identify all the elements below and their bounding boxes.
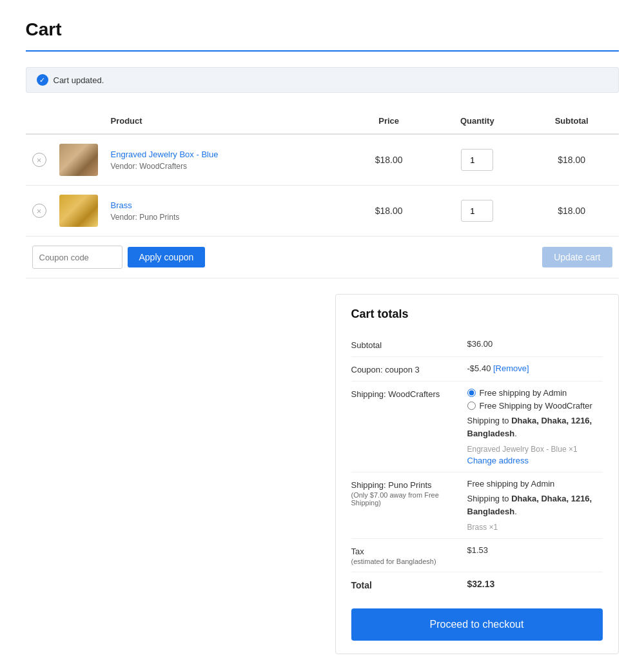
tax-label: Tax (estimated for Bangladesh)	[351, 545, 467, 565]
quantity-input-1[interactable]	[461, 149, 493, 171]
coupon-row: Apply coupon Update cart	[26, 237, 619, 278]
shipping-puno-note: Brass ×1	[467, 523, 603, 532]
coupon-code-input[interactable]	[32, 246, 122, 269]
shipping-radio-woodcrafter[interactable]	[467, 402, 476, 410]
product-image-cell-2	[53, 186, 104, 237]
product-qty-cell-1	[430, 134, 525, 186]
cart-totals-wrapper: Cart totals Subtotal $36.00 Coupon: coup…	[26, 294, 619, 654]
col-header-quantity: Quantity	[430, 108, 525, 134]
update-cart-cell: Update cart	[430, 237, 619, 278]
shipping-option-2-label: Free Shipping by WoodCrafter	[480, 401, 592, 411]
coupon-value: -$5.40 [Remove]	[467, 364, 603, 373]
col-header-remove	[26, 108, 53, 134]
cart-table: Product Price Quantity Subtotal × Engrav…	[26, 108, 619, 278]
product-price-1: $18.00	[348, 134, 430, 186]
update-cart-button[interactable]: Update cart	[542, 247, 612, 267]
shipping-puno-label: Shipping: Puno Prints (Only $7.00 away f…	[351, 479, 467, 507]
change-address-link[interactable]: Change address	[467, 456, 603, 465]
remove-coupon-link[interactable]: [Remove]	[493, 364, 529, 373]
check-icon	[37, 74, 48, 86]
coupon-left-cell: Apply coupon	[26, 237, 430, 278]
total-value: $32.13	[467, 579, 603, 589]
cart-updated-text: Cart updated.	[54, 75, 104, 85]
shipping-puno-sublabel: (Only $7.00 away from Free Shipping)	[351, 491, 467, 507]
coupon-discount-amount: -$5.40	[467, 364, 491, 373]
coupon-row: Coupon: coupon 3 -$5.40 [Remove]	[351, 357, 603, 382]
product-link-2[interactable]: Brass	[111, 200, 342, 210]
shipping-to-text: Shipping to	[467, 416, 509, 425]
product-vendor-1: Vendor: WoodCrafters	[111, 162, 188, 171]
subtotal-value: $36.00	[467, 339, 603, 349]
shipping-woodcrafters-row: Shipping: WoodCrafters Free shipping by …	[351, 382, 603, 472]
product-info-cell-1: Engraved Jewelry Box - Blue Vendor: Wood…	[104, 134, 348, 186]
product-image-2	[59, 195, 98, 227]
col-header-subtotal: Subtotal	[525, 108, 619, 134]
shipping-puno-row: Shipping: Puno Prints (Only $7.00 away f…	[351, 472, 603, 539]
tax-sublabel: (estimated for Bangladesh)	[351, 558, 467, 565]
shipping-puno-address-label: Shipping to	[467, 494, 509, 503]
proceed-to-checkout-button[interactable]: Proceed to checkout	[351, 608, 603, 641]
col-header-image	[53, 108, 104, 134]
tax-value: $1.53	[467, 545, 603, 555]
table-row: × Engraved Jewelry Box - Blue Vendor: Wo…	[26, 134, 619, 186]
product-price-2: $18.00	[348, 186, 430, 237]
col-header-product: Product	[104, 108, 348, 134]
top-divider	[26, 50, 619, 52]
remove-cell-2: ×	[26, 186, 53, 237]
shipping-to-address: Shipping to Dhaka, Dhaka, 1216, Banglade…	[467, 414, 603, 440]
shipping-puno-free: Free shipping by Admin	[467, 479, 603, 489]
product-image-cell-1	[53, 134, 104, 186]
remove-item-2-button[interactable]: ×	[32, 204, 46, 218]
remove-cell: ×	[26, 134, 53, 186]
cart-totals-panel: Cart totals Subtotal $36.00 Coupon: coup…	[335, 294, 619, 654]
shipping-product-note: Engraved Jewelry Box - Blue ×1	[467, 445, 603, 454]
total-row: Total $32.13	[351, 572, 603, 597]
product-subtotal-2: $18.00	[525, 186, 619, 237]
product-subtotal-1: $18.00	[525, 134, 619, 186]
shipping-option-1: Free shipping by Admin	[467, 388, 603, 398]
subtotal-row: Subtotal $36.00	[351, 333, 603, 357]
col-header-price: Price	[348, 108, 430, 134]
cart-totals-title: Cart totals	[351, 307, 603, 321]
tax-label-text: Tax	[351, 547, 364, 556]
product-info-cell-2: Brass Vendor: Puno Prints	[104, 186, 348, 237]
subtotal-label: Subtotal	[351, 339, 467, 350]
cart-updated-notification: Cart updated.	[26, 67, 619, 93]
shipping-puno-address-text: Shipping to Dhaka, Dhaka, 1216, Banglade…	[467, 492, 603, 518]
shipping-puno-label-text: Shipping: Puno Prints	[351, 480, 432, 490]
shipping-option-2: Free Shipping by WoodCrafter	[467, 401, 603, 411]
quantity-input-2[interactable]	[461, 200, 493, 222]
shipping-puno-value: Free shipping by Admin Shipping to Dhaka…	[467, 479, 603, 532]
apply-coupon-button[interactable]: Apply coupon	[128, 247, 206, 267]
page-title: Cart	[26, 19, 619, 40]
remove-item-1-button[interactable]: ×	[32, 153, 46, 167]
table-row: × Brass Vendor: Puno Prints $18.00 $18.0…	[26, 186, 619, 237]
shipping-radio-admin[interactable]	[467, 389, 476, 397]
product-link-1[interactable]: Engraved Jewelry Box - Blue	[111, 150, 342, 159]
product-image-1	[59, 144, 98, 176]
table-header-row: Product Price Quantity Subtotal	[26, 108, 619, 134]
shipping-woodcrafters-value: Free shipping by Admin Free Shipping by …	[467, 388, 603, 465]
product-vendor-2: Vendor: Puno Prints	[111, 213, 180, 222]
tax-row: Tax (estimated for Bangladesh) $1.53	[351, 539, 603, 572]
total-label: Total	[351, 579, 467, 590]
coupon-label: Coupon: coupon 3	[351, 364, 467, 374]
shipping-option-1-label: Free shipping by Admin	[480, 388, 567, 398]
shipping-woodcrafters-label: Shipping: WoodCrafters	[351, 388, 467, 399]
product-qty-cell-2	[430, 186, 525, 237]
